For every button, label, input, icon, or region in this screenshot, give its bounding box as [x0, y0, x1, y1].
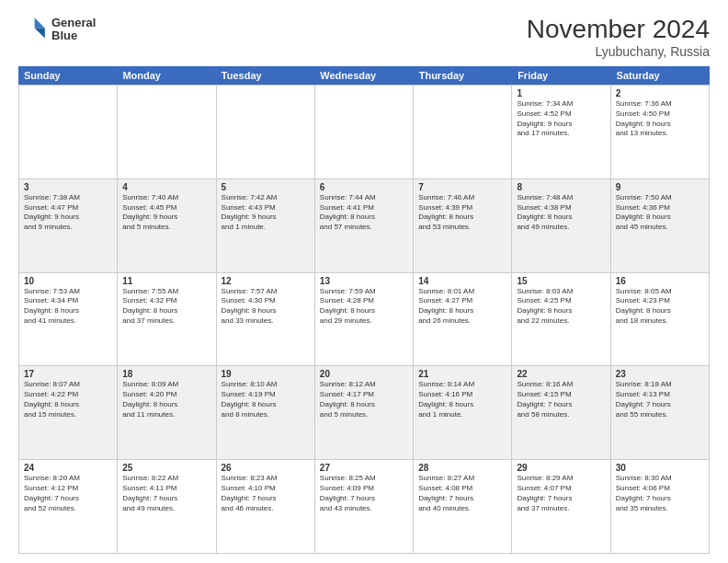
- cal-cell: 27Sunrise: 8:25 AM Sunset: 4:09 PM Dayli…: [315, 460, 414, 554]
- day-number: 23: [616, 369, 704, 379]
- day-number: 6: [320, 182, 408, 192]
- cal-cell: 17Sunrise: 8:07 AM Sunset: 4:22 PM Dayli…: [19, 366, 118, 460]
- day-info: Sunrise: 8:25 AM Sunset: 4:09 PM Dayligh…: [320, 474, 408, 513]
- day-number: 14: [418, 276, 506, 286]
- cal-header-cell: Monday: [117, 66, 215, 85]
- day-info: Sunrise: 8:01 AM Sunset: 4:27 PM Dayligh…: [418, 287, 506, 327]
- day-info: Sunrise: 8:14 AM Sunset: 4:16 PM Dayligh…: [418, 380, 506, 419]
- day-info: Sunrise: 7:38 AM Sunset: 4:47 PM Dayligh…: [24, 193, 112, 233]
- logo-line2: Blue: [51, 29, 96, 42]
- cal-cell: 24Sunrise: 8:20 AM Sunset: 4:12 PM Dayli…: [19, 460, 118, 554]
- day-number: 30: [616, 463, 704, 473]
- day-info: Sunrise: 7:53 AM Sunset: 4:34 PM Dayligh…: [24, 287, 112, 327]
- cal-cell: 2Sunrise: 7:36 AM Sunset: 4:50 PM Daylig…: [611, 86, 710, 179]
- cal-row: 10Sunrise: 7:53 AM Sunset: 4:34 PM Dayli…: [19, 273, 710, 367]
- cal-cell: 6Sunrise: 7:44 AM Sunset: 4:41 PM Daylig…: [315, 179, 414, 273]
- title-block: November 2024 Lyubuchany, Russia: [527, 15, 710, 59]
- cal-cell: 12Sunrise: 7:57 AM Sunset: 4:30 PM Dayli…: [217, 273, 315, 367]
- page: General Blue November 2024 Lyubuchany, R…: [0, 0, 728, 563]
- cal-header-cell: Wednesday: [314, 66, 413, 85]
- day-info: Sunrise: 8:10 AM Sunset: 4:19 PM Dayligh…: [222, 380, 310, 419]
- day-info: Sunrise: 8:12 AM Sunset: 4:17 PM Dayligh…: [320, 380, 408, 419]
- day-number: 28: [418, 463, 506, 473]
- page-subtitle: Lyubuchany, Russia: [527, 44, 710, 59]
- cal-cell: 5Sunrise: 7:42 AM Sunset: 4:43 PM Daylig…: [217, 179, 315, 273]
- header: General Blue November 2024 Lyubuchany, R…: [18, 15, 710, 59]
- cal-header-cell: Friday: [512, 66, 610, 85]
- cal-cell: 8Sunrise: 7:48 AM Sunset: 4:38 PM Daylig…: [512, 179, 610, 273]
- day-number: 21: [418, 369, 506, 379]
- svg-marker-1: [35, 28, 45, 38]
- day-number: 17: [24, 369, 112, 379]
- day-number: 20: [320, 369, 408, 379]
- cal-row: 1Sunrise: 7:34 AM Sunset: 4:52 PM Daylig…: [19, 86, 710, 179]
- cal-cell: 25Sunrise: 8:22 AM Sunset: 4:11 PM Dayli…: [118, 460, 216, 554]
- cal-cell: [315, 86, 414, 179]
- day-number: 15: [517, 276, 605, 286]
- day-number: 8: [517, 182, 605, 192]
- cal-cell: 22Sunrise: 8:16 AM Sunset: 4:15 PM Dayli…: [512, 366, 610, 460]
- cal-cell: [414, 86, 512, 179]
- svg-marker-0: [35, 17, 45, 28]
- day-info: Sunrise: 8:07 AM Sunset: 4:22 PM Dayligh…: [24, 380, 112, 419]
- cal-header-cell: Tuesday: [216, 66, 314, 85]
- cal-header-cell: Thursday: [414, 66, 512, 85]
- day-info: Sunrise: 7:48 AM Sunset: 4:38 PM Dayligh…: [517, 193, 605, 233]
- cal-cell: 4Sunrise: 7:40 AM Sunset: 4:45 PM Daylig…: [118, 179, 216, 273]
- cal-cell: 9Sunrise: 7:50 AM Sunset: 4:36 PM Daylig…: [611, 179, 710, 273]
- cal-cell: 19Sunrise: 8:10 AM Sunset: 4:19 PM Dayli…: [217, 366, 315, 460]
- cal-cell: [118, 86, 216, 179]
- day-info: Sunrise: 7:34 AM Sunset: 4:52 PM Dayligh…: [517, 99, 605, 139]
- logo: General Blue: [18, 15, 96, 44]
- cal-cell: 26Sunrise: 8:23 AM Sunset: 4:10 PM Dayli…: [217, 460, 315, 554]
- day-number: 27: [320, 463, 408, 473]
- day-info: Sunrise: 7:40 AM Sunset: 4:45 PM Dayligh…: [122, 193, 210, 233]
- calendar-body: 1Sunrise: 7:34 AM Sunset: 4:52 PM Daylig…: [18, 85, 710, 554]
- cal-cell: 3Sunrise: 7:38 AM Sunset: 4:47 PM Daylig…: [19, 179, 118, 273]
- day-number: 29: [517, 463, 605, 473]
- cal-header-cell: Saturday: [611, 66, 710, 85]
- day-info: Sunrise: 7:50 AM Sunset: 4:36 PM Dayligh…: [616, 193, 704, 233]
- day-info: Sunrise: 7:57 AM Sunset: 4:30 PM Dayligh…: [222, 287, 310, 327]
- day-number: 4: [122, 182, 210, 192]
- cal-row: 3Sunrise: 7:38 AM Sunset: 4:47 PM Daylig…: [19, 179, 710, 273]
- day-number: 26: [222, 463, 310, 473]
- day-number: 11: [122, 276, 210, 286]
- day-info: Sunrise: 7:46 AM Sunset: 4:39 PM Dayligh…: [418, 193, 506, 233]
- cal-cell: [217, 86, 315, 179]
- logo-line1: General: [51, 17, 96, 29]
- day-number: 5: [222, 182, 310, 192]
- day-number: 12: [222, 276, 310, 286]
- day-number: 25: [122, 463, 210, 473]
- day-info: Sunrise: 8:30 AM Sunset: 4:06 PM Dayligh…: [616, 474, 704, 513]
- cal-cell: [19, 86, 118, 179]
- day-number: 10: [24, 276, 112, 286]
- cal-cell: 28Sunrise: 8:27 AM Sunset: 4:08 PM Dayli…: [414, 460, 512, 554]
- cal-row: 17Sunrise: 8:07 AM Sunset: 4:22 PM Dayli…: [19, 366, 710, 460]
- cal-cell: 29Sunrise: 8:29 AM Sunset: 4:07 PM Dayli…: [512, 460, 610, 554]
- cal-cell: 20Sunrise: 8:12 AM Sunset: 4:17 PM Dayli…: [315, 366, 414, 460]
- day-number: 24: [24, 463, 112, 473]
- day-number: 9: [616, 182, 704, 192]
- cal-cell: 23Sunrise: 8:18 AM Sunset: 4:13 PM Dayli…: [611, 366, 710, 460]
- day-info: Sunrise: 7:55 AM Sunset: 4:32 PM Dayligh…: [122, 287, 210, 327]
- day-info: Sunrise: 7:42 AM Sunset: 4:43 PM Dayligh…: [222, 193, 310, 233]
- day-number: 1: [517, 88, 605, 98]
- cal-row: 24Sunrise: 8:20 AM Sunset: 4:12 PM Dayli…: [19, 460, 710, 554]
- cal-cell: 1Sunrise: 7:34 AM Sunset: 4:52 PM Daylig…: [512, 86, 610, 179]
- day-info: Sunrise: 8:16 AM Sunset: 4:15 PM Dayligh…: [517, 380, 605, 419]
- day-info: Sunrise: 7:44 AM Sunset: 4:41 PM Dayligh…: [320, 193, 408, 233]
- day-info: Sunrise: 8:18 AM Sunset: 4:13 PM Dayligh…: [616, 380, 704, 419]
- day-number: 18: [122, 369, 210, 379]
- cal-cell: 15Sunrise: 8:03 AM Sunset: 4:25 PM Dayli…: [512, 273, 610, 367]
- day-number: 19: [222, 369, 310, 379]
- cal-cell: 7Sunrise: 7:46 AM Sunset: 4:39 PM Daylig…: [414, 179, 512, 273]
- day-number: 22: [517, 369, 605, 379]
- cal-cell: 18Sunrise: 8:09 AM Sunset: 4:20 PM Dayli…: [118, 366, 216, 460]
- day-number: 2: [616, 88, 704, 98]
- day-number: 3: [24, 182, 112, 192]
- day-number: 13: [320, 276, 408, 286]
- cal-cell: 16Sunrise: 8:05 AM Sunset: 4:23 PM Dayli…: [611, 273, 710, 367]
- cal-header-cell: Sunday: [18, 66, 117, 85]
- cal-cell: 30Sunrise: 8:30 AM Sunset: 4:06 PM Dayli…: [611, 460, 710, 554]
